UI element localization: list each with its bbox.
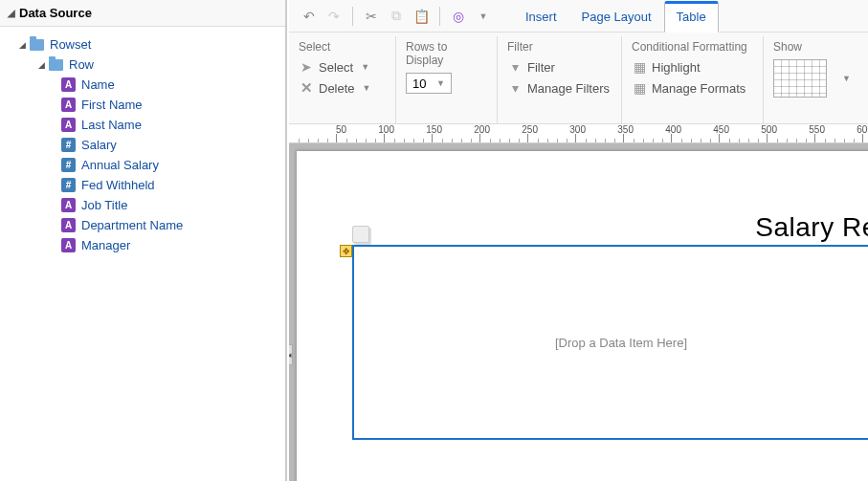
ruler-tick: 450	[672, 124, 720, 143]
group-rows: Rows to Display 10▼	[396, 36, 498, 123]
table-dropzone[interactable]: [Drop a Data Item Here]	[352, 245, 868, 440]
tree-field[interactable]: #Fed Withheld	[6, 175, 279, 195]
separator	[439, 7, 440, 26]
field-label: Manager	[81, 238, 130, 252]
text-field-icon: A	[61, 218, 76, 232]
tree-field[interactable]: #Salary	[6, 135, 279, 155]
panel-collapse-handle[interactable]: ◂	[289, 344, 293, 365]
select-button[interactable]: ➤Select▼	[299, 59, 386, 75]
tab-page-layout[interactable]: Page Layout	[569, 3, 664, 33]
expand-icon: ◢	[38, 60, 45, 70]
horizontal-ruler: 50100150200250300350400450500550600	[289, 124, 868, 143]
ruler-tick: 200	[433, 124, 480, 143]
number-field-icon: #	[61, 138, 76, 152]
data-source-panel: ◢ Data Source ◢ Rowset ◢ Row ANameAFirst…	[0, 0, 287, 481]
paste-icon[interactable]: 📋	[411, 6, 432, 27]
rows-to-display-input[interactable]: 10▼	[406, 73, 452, 94]
field-label: First Name	[81, 98, 143, 112]
copy-icon[interactable]: ⧉	[386, 6, 407, 27]
number-field-icon: #	[61, 178, 76, 192]
tab-insert[interactable]: Insert	[513, 3, 569, 33]
cut-icon[interactable]: ✂	[361, 6, 382, 27]
report-title[interactable]: Salary Report	[755, 212, 868, 243]
field-label: Department Name	[81, 218, 183, 232]
chevron-down-icon: ▼	[363, 83, 371, 93]
chevron-down-icon[interactable]: ▼	[842, 74, 851, 83]
tree-row[interactable]: ◢ Row	[6, 55, 279, 75]
table-type-icon[interactable]	[352, 226, 369, 243]
ribbon-tabs: Insert Page Layout Table	[513, 0, 719, 33]
tree-field[interactable]: ADepartment Name	[6, 215, 279, 235]
field-label: Last Name	[81, 118, 142, 132]
manage-filters-button[interactable]: ▾Manage Filters	[507, 80, 612, 96]
expand-icon: ◢	[19, 40, 26, 50]
cursor-icon: ➤	[299, 59, 314, 75]
separator	[352, 7, 353, 26]
canvas[interactable]: Salary Report ✥ [Drop a Data Item Here] …	[289, 143, 868, 481]
funnel-icon: ▾	[507, 80, 523, 96]
text-field-icon: A	[61, 98, 76, 112]
group-show: Show ▼	[764, 36, 860, 123]
page[interactable]: Salary Report ✥ [Drop a Data Item Here]	[300, 155, 868, 481]
manage-formats-button[interactable]: ▦Manage Formats	[632, 80, 753, 96]
tree-label: Row	[69, 57, 94, 72]
chevron-down-icon: ▼	[436, 78, 445, 88]
group-title: Rows to Display	[406, 40, 487, 67]
text-field-icon: A	[61, 118, 76, 132]
table-widget[interactable]: ✥ [Drop a Data Item Here]	[352, 245, 868, 440]
move-handle-icon[interactable]: ✥	[340, 245, 352, 257]
x-icon: ✕	[299, 80, 314, 96]
editor-area: ↶ ↷ ✂ ⧉ 📋 ◎ ▼ Insert Page Layout Table S…	[289, 0, 868, 481]
text-field-icon: A	[61, 198, 76, 212]
format-icon: ▦	[632, 80, 647, 96]
tree-field[interactable]: #Annual Salary	[6, 155, 279, 175]
delete-button[interactable]: ✕Delete▼	[299, 80, 386, 96]
tree-field[interactable]: ALast Name	[6, 115, 279, 135]
ruler-tick: 600	[815, 124, 863, 143]
ruler-tick: 300	[528, 124, 576, 143]
ruler-tick: 350	[576, 124, 624, 143]
tree-field[interactable]: AName	[6, 75, 279, 95]
field-label: Salary	[81, 138, 117, 152]
target-icon[interactable]: ◎	[448, 6, 469, 27]
quick-toolbar: ↶ ↷ ✂ ⧉ 📋 ◎ ▼ Insert Page Layout Table	[289, 0, 868, 33]
funnel-icon: ▾	[507, 59, 523, 75]
folder-icon	[30, 39, 44, 51]
field-label: Name	[81, 77, 115, 92]
data-source-header[interactable]: ◢ Data Source	[0, 0, 285, 27]
group-title: Select	[299, 40, 386, 54]
ruler-tick: 250	[480, 124, 528, 143]
tree-field[interactable]: AFirst Name	[6, 95, 279, 115]
group-title: Filter	[507, 40, 612, 54]
text-field-icon: A	[61, 77, 76, 92]
highlight-button[interactable]: ▦Highlight	[632, 59, 753, 75]
tree-rowset[interactable]: ◢ Rowset	[6, 34, 279, 55]
redo-icon[interactable]: ↷	[323, 6, 345, 27]
tree-field[interactable]: AJob Title	[6, 195, 279, 215]
ruler-tick: 550	[768, 124, 815, 143]
text-field-icon: A	[61, 238, 76, 252]
folder-icon	[49, 59, 63, 71]
chevron-down-icon: ▼	[361, 62, 369, 72]
ruler-tick: 500	[720, 124, 768, 143]
number-field-icon: #	[61, 158, 76, 172]
ruler-tick: 150	[385, 124, 433, 143]
field-label: Fed Withheld	[81, 178, 155, 192]
undo-icon[interactable]: ↶	[299, 6, 320, 27]
tree-label: Rowset	[50, 37, 91, 52]
data-source-tree: ◢ Rowset ◢ Row ANameAFirst NameALast Nam…	[0, 27, 285, 263]
field-label: Annual Salary	[81, 158, 159, 172]
group-title: Show	[773, 40, 851, 54]
ruler-tick: 50	[289, 124, 337, 143]
group-filter: Filter ▾Filter ▾Manage Filters	[498, 36, 622, 123]
table-style-swatch[interactable]	[773, 59, 827, 98]
tree-field[interactable]: AManager	[6, 235, 279, 255]
tab-table[interactable]: Table	[664, 1, 719, 33]
dropdown-icon[interactable]: ▼	[473, 6, 494, 27]
field-label: Job Title	[81, 198, 127, 212]
group-select: Select ➤Select▼ ✕Delete▼	[289, 36, 396, 123]
highlight-icon: ▦	[632, 59, 647, 75]
panel-title: Data Source	[19, 6, 92, 20]
group-title: Conditional Formatting	[632, 40, 753, 54]
filter-button[interactable]: ▾Filter	[507, 59, 612, 75]
